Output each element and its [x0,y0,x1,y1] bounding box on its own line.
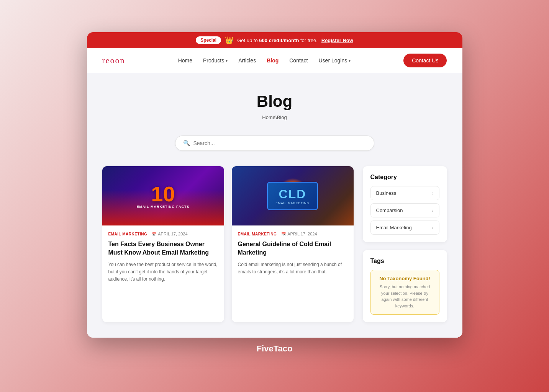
card-meta-2: EMAIL MARKETING 📅 APRIL 17, 2024 [238,232,347,236]
contact-us-button[interactable]: Contact Us [403,54,447,67]
card-image-1: 10 EMAIL MARKETING FACTS [102,166,224,225]
tags-widget: Tags No Taxonomy Found! Sorry, but nothi… [363,250,447,322]
banner-text: Get up to 600 credit/month for free. [237,38,318,43]
card-body-2: EMAIL MARKETING 📅 APRIL 17, 2024 General… [232,225,354,282]
chevron-right-icon: › [432,208,434,213]
sidebar: Category Business › Comparsion › Email M… [363,166,447,322]
breadcrumb: Home\Blog [95,114,455,120]
card-image-2: CLD Email Marketing [232,166,354,225]
card-excerpt-2: Cold email marketing is not just sending… [238,261,347,276]
nav-home[interactable]: Home [178,57,192,64]
card-img-subtitle: EMAIL MARKETING FACTS [137,205,190,209]
category-item-email-marketing[interactable]: Email Marketing › [370,220,439,235]
nav-user-logins[interactable]: User Logins ▾ [319,57,351,64]
crown-icon: 👑 [225,36,233,44]
brand-taco: Taco [274,344,293,353]
register-now-link[interactable]: Register Now [321,38,353,43]
chevron-down-icon: ▾ [349,59,351,63]
breadcrumb-home[interactable]: Home [262,114,275,120]
tags-notice-title: No Taxonomy Found! [376,276,434,281]
posts-grid: 10 EMAIL MARKETING FACTS EMAIL MARKETING… [102,166,354,322]
blog-card-2[interactable]: CLD Email Marketing EMAIL MARKETING 📅 AP… [232,166,354,322]
category-item-business[interactable]: Business › [370,186,439,200]
search-icon: 🔍 [183,140,190,147]
search-input[interactable] [193,140,366,146]
main-nav: Home Products ▾ Articles Blog Contact Us… [178,57,351,64]
cld-display: CLD Email Marketing [267,182,318,210]
main-content: 10 EMAIL MARKETING FACTS EMAIL MARKETING… [87,162,462,338]
tags-notice: No Taxonomy Found! Sorry, but nothing ma… [370,270,439,315]
card-title-2: General Guideline of Cold Email Marketin… [238,240,347,257]
nav-blog[interactable]: Blog [267,57,279,64]
card-date-2: 📅 APRIL 17, 2024 [281,232,317,236]
tags-notice-text: Sorry, but nothing matched your selectio… [376,284,434,309]
page-title: Blog [95,92,455,111]
nav-articles[interactable]: Articles [238,57,256,64]
category-widget: Category Business › Comparsion › Email M… [363,166,447,242]
calendar-icon: 📅 [281,232,286,236]
hero-section: Blog Home\Blog [87,73,462,132]
category-item-comparison[interactable]: Comparsion › [370,203,439,217]
chevron-down-icon: ▾ [226,59,228,63]
footer-brand: FiveTaco [241,338,308,360]
cld-subtitle: Email Marketing [275,201,310,205]
search-bar: 🔍 [175,136,374,151]
card-date-1: 📅 APRIL 17, 2024 [152,232,187,236]
category-widget-title: Category [370,174,439,181]
search-section: 🔍 [87,132,462,162]
tags-widget-title: Tags [370,258,439,265]
brand-five: Five [257,344,274,353]
top-banner: Special 👑 Get up to 600 credit/month for… [87,32,462,48]
header: reoon Home Products ▾ Articles Blog Cont… [87,48,462,73]
card-body-1: EMAIL MARKETING 📅 APRIL 17, 2024 Ten Fac… [102,225,224,289]
card-img-number: 10 [137,183,190,205]
chevron-right-icon: › [432,191,434,196]
special-badge: Special [196,36,221,44]
chevron-right-icon: › [432,225,434,230]
calendar-icon: 📅 [152,232,156,236]
card-category-2: EMAIL MARKETING [238,232,277,236]
card-meta-1: EMAIL MARKETING 📅 APRIL 17, 2024 [108,232,218,236]
breadcrumb-current: Blog [277,114,287,120]
logo: reoon [102,56,125,65]
card-title-1: Ten Facts Every Business Owner Must Know… [108,240,218,257]
card-excerpt-1: You can have the best product or service… [108,261,218,283]
cld-text: CLD [275,187,310,201]
nav-products[interactable]: Products ▾ [203,57,228,64]
nav-contact[interactable]: Contact [289,57,308,64]
card-category-1: EMAIL MARKETING [108,232,147,236]
blog-card-1[interactable]: 10 EMAIL MARKETING FACTS EMAIL MARKETING… [102,166,224,322]
